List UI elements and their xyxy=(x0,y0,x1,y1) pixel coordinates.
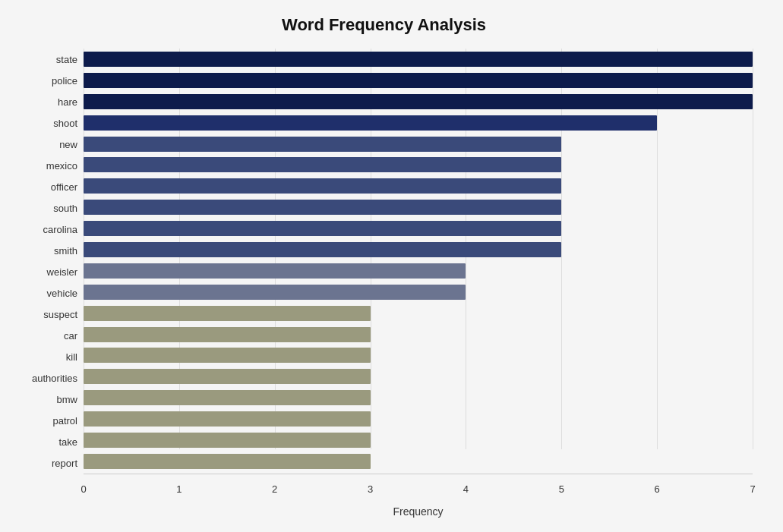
y-label: officer xyxy=(15,177,84,197)
y-label: report xyxy=(15,453,84,473)
bar-row xyxy=(84,325,753,345)
x-tick: 0 xyxy=(81,483,86,495)
y-label: authorities xyxy=(15,368,84,388)
bar xyxy=(84,411,371,427)
bar xyxy=(84,390,371,405)
bar-row xyxy=(84,113,753,133)
y-label: bmw xyxy=(15,389,84,409)
bar xyxy=(84,369,371,384)
y-label: suspect xyxy=(15,304,84,324)
x-axis-label: Frequency xyxy=(393,505,443,518)
bar xyxy=(84,137,561,152)
y-label: state xyxy=(15,49,84,69)
y-label: patrol xyxy=(15,411,84,430)
bar-row xyxy=(84,134,753,154)
y-label: take xyxy=(15,432,84,452)
bar xyxy=(84,52,753,67)
bar-row xyxy=(84,92,753,112)
bar xyxy=(84,178,561,194)
bar xyxy=(84,285,466,300)
bar-row xyxy=(84,176,753,196)
bars-area xyxy=(84,49,753,472)
bar xyxy=(84,306,371,321)
y-label: vehicle xyxy=(15,283,84,303)
x-tick: 3 xyxy=(368,483,373,495)
grid-line xyxy=(753,49,753,449)
y-labels: statepolicehareshootnewmexicoofficersout… xyxy=(15,49,84,496)
bar-row xyxy=(84,240,753,260)
bar-row xyxy=(84,367,753,386)
bar xyxy=(84,115,657,131)
bar-row xyxy=(84,388,753,408)
chart-container: Word Frequency Analysis statepolicehares… xyxy=(0,0,783,532)
bar xyxy=(84,263,466,279)
bar-row xyxy=(84,197,753,217)
x-tick: 5 xyxy=(559,483,564,495)
y-label: hare xyxy=(15,92,84,112)
bar-row xyxy=(84,49,753,69)
bar-row xyxy=(84,345,753,365)
chart-area: statepolicehareshootnewmexicoofficersout… xyxy=(15,49,753,496)
y-label: carolina xyxy=(15,219,84,239)
bar-row xyxy=(84,452,753,471)
y-label: weisler xyxy=(15,262,84,282)
y-label: police xyxy=(15,71,84,90)
bar-row xyxy=(84,430,753,450)
bar xyxy=(84,242,561,257)
y-label: smith xyxy=(15,241,84,260)
bar xyxy=(84,348,371,363)
bar xyxy=(84,94,753,109)
y-label: mexico xyxy=(15,156,84,175)
x-tick: 6 xyxy=(655,483,660,495)
x-tick: 4 xyxy=(463,483,469,495)
y-label: car xyxy=(15,326,84,345)
bar-row xyxy=(84,71,753,90)
x-tick: 2 xyxy=(272,483,277,495)
bar-row xyxy=(84,409,753,429)
y-label: south xyxy=(15,198,84,218)
bar xyxy=(84,433,371,448)
x-axis: Frequency 01234567 xyxy=(84,474,753,496)
bar xyxy=(84,200,561,215)
bar xyxy=(84,73,753,88)
bar-row xyxy=(84,155,753,175)
x-tick: 7 xyxy=(750,483,755,495)
bar xyxy=(84,327,371,342)
bar xyxy=(84,454,371,469)
bar-row xyxy=(84,219,753,238)
chart-title: Word Frequency Analysis xyxy=(15,15,753,35)
bar xyxy=(84,157,561,172)
y-label: new xyxy=(15,134,84,154)
bar xyxy=(84,221,561,236)
y-label: kill xyxy=(15,347,84,367)
bar-row xyxy=(84,304,753,323)
x-tick: 1 xyxy=(176,483,182,495)
bar-row xyxy=(84,282,753,302)
bar-row xyxy=(84,261,753,281)
bars-section: Frequency 01234567 xyxy=(84,49,753,496)
y-label: shoot xyxy=(15,113,84,133)
